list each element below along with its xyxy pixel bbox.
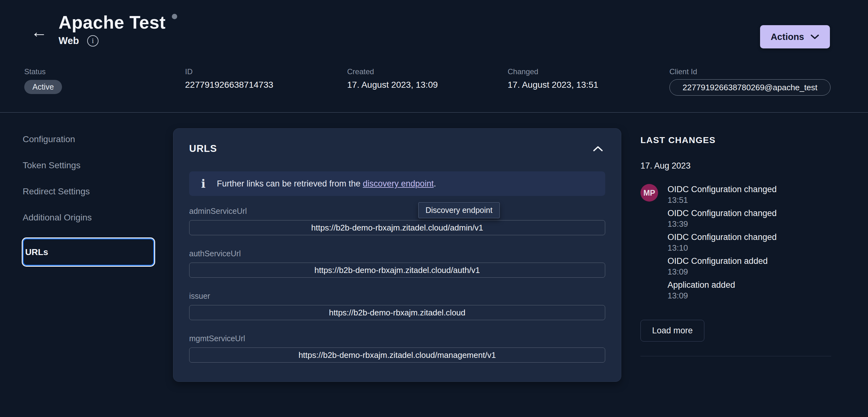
- last-changes-panel: LAST CHANGES 17. Aug 2023 MP OIDC Config…: [641, 135, 831, 356]
- load-more-button[interactable]: Load more: [641, 320, 704, 342]
- sidebar-item-configuration[interactable]: Configuration: [23, 134, 155, 145]
- status-dot-icon: [172, 14, 177, 19]
- change-entry-title[interactable]: OIDC Configuration changed: [668, 232, 777, 243]
- back-button[interactable]: ←: [29, 23, 49, 40]
- change-entry-title[interactable]: OIDC Configuration changed: [668, 208, 777, 219]
- info-icon[interactable]: i: [87, 35, 98, 46]
- change-entry-time: 13:10: [668, 243, 777, 253]
- change-entry: MP OIDC Configuration changed 13:51: [641, 184, 831, 205]
- sidebar-item-additional-origins[interactable]: Additional Origins: [23, 212, 155, 223]
- client-id-value[interactable]: 227791926638780269@apache_test: [670, 79, 831, 96]
- change-entry: OIDC Configuration changed 13:39: [641, 208, 831, 229]
- sidebar-item-redirect-settings[interactable]: Redirect Settings: [23, 186, 155, 197]
- change-entry: OIDC Configuration changed 13:10: [641, 232, 831, 253]
- changed-value: 17. August 2023, 13:51: [508, 80, 598, 90]
- change-entry-title[interactable]: Application added: [668, 280, 735, 290]
- urls-panel: URLS ℹ Further links can be retrieved fr…: [173, 128, 621, 382]
- meta-status: Status Active: [24, 67, 62, 94]
- avatar-spacer: [641, 232, 658, 253]
- change-entry-time: 13:39: [668, 219, 777, 229]
- changes-divider: [641, 356, 831, 356]
- change-entry-time: 13:09: [668, 266, 768, 277]
- discovery-endpoint-tooltip: Discovery endpoint: [418, 202, 500, 218]
- page-title: Apache Test: [59, 12, 165, 33]
- avatar: MP: [641, 184, 658, 201]
- sidebar-item-token-settings[interactable]: Token Settings: [23, 160, 155, 170]
- last-changes-title: LAST CHANGES: [641, 135, 831, 145]
- collapse-panel-button[interactable]: [591, 144, 605, 154]
- change-entry-time: 13:51: [668, 195, 777, 205]
- change-entry-time: 13:09: [668, 290, 735, 301]
- info-banner-text: Further links can be retrieved from the …: [217, 179, 436, 189]
- chevron-up-icon: [593, 146, 603, 152]
- info-icon: ℹ: [201, 177, 206, 191]
- mgmt-service-url-field[interactable]: https://b2b-demo-rbxajm.zitadel.cloud/ma…: [189, 348, 605, 362]
- field-label-auth-service-url: authServiceUrl: [189, 249, 605, 258]
- field-label-admin-service-url: adminServiceUrl: [189, 206, 605, 216]
- app-detail-page: ← Apache Test Web i Actions Status Activ…: [0, 0, 868, 417]
- change-entry-title[interactable]: OIDC Configuration changed: [668, 184, 777, 195]
- meta-id: ID 227791926638714733: [185, 67, 273, 90]
- header-divider: [0, 112, 868, 113]
- meta-changed: Changed 17. August 2023, 13:51: [508, 67, 598, 90]
- avatar-spacer: [641, 256, 658, 277]
- app-type-label: Web: [59, 35, 79, 46]
- admin-service-url-field[interactable]: https://b2b-demo-rbxajm.zitadel.cloud/ad…: [189, 220, 605, 235]
- changes-timeline: MP OIDC Configuration changed 13:51 OIDC…: [641, 184, 831, 301]
- discovery-endpoint-link[interactable]: discovery endpoint: [363, 179, 434, 188]
- issuer-field[interactable]: https://b2b-demo-rbxajm.zitadel.cloud: [189, 305, 605, 320]
- meta-created: Created 17. August 2023, 13:09: [347, 67, 438, 90]
- avatar-spacer: [641, 280, 658, 301]
- meta-client-id: Client Id 227791926638780269@apache_test: [670, 67, 831, 96]
- changed-label: Changed: [508, 67, 598, 76]
- avatar-spacer: [641, 208, 658, 229]
- actions-button-label: Actions: [771, 32, 804, 42]
- status-label: Status: [24, 67, 62, 76]
- chevron-down-icon: [810, 34, 819, 40]
- id-label: ID: [185, 67, 273, 76]
- field-label-issuer: issuer: [189, 291, 605, 301]
- field-label-mgmt-service-url: mgmtServiceUrl: [189, 334, 605, 343]
- header: Apache Test Web i: [59, 12, 177, 46]
- created-label: Created: [347, 67, 438, 76]
- change-entry-title[interactable]: OIDC Configuration added: [668, 256, 768, 266]
- client-id-label: Client Id: [670, 67, 831, 76]
- actions-button[interactable]: Actions: [760, 25, 830, 49]
- change-entry: OIDC Configuration added 13:09: [641, 256, 831, 277]
- change-entry: Application added 13:09: [641, 280, 831, 301]
- auth-service-url-field[interactable]: https://b2b-demo-rbxajm.zitadel.cloud/au…: [189, 263, 605, 278]
- status-badge: Active: [24, 80, 62, 94]
- urls-panel-title: URLS: [189, 143, 217, 154]
- info-banner: ℹ Further links can be retrieved from th…: [189, 171, 605, 196]
- section-nav: Configuration Token Settings Redirect Se…: [23, 134, 155, 266]
- sidebar-item-urls[interactable]: URLs: [23, 238, 154, 266]
- id-value: 227791926638714733: [185, 80, 273, 90]
- changes-date: 17. Aug 2023: [641, 161, 831, 171]
- created-value: 17. August 2023, 13:09: [347, 80, 438, 90]
